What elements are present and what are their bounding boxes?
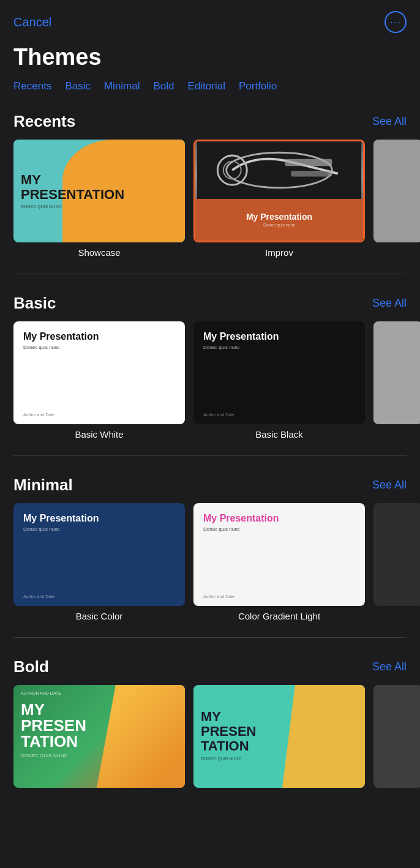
more-options-button[interactable]: ···	[384, 11, 407, 33]
basic-white-bg: My Presentation Donec quis nunc Author a…	[13, 321, 185, 424]
bold-section: Bold See All AUTHOR AND DATE MYPRESENTAT…	[0, 648, 420, 798]
basic-color-bg: My Presentation Donec quis nunc Author a…	[13, 503, 185, 606]
recents-see-all-button[interactable]: See All	[372, 115, 407, 128]
basic-white-label: Basic White	[75, 429, 123, 440]
showcase-label: Showcase	[78, 247, 120, 258]
basic-color-subtitle: Donec quis nunc	[23, 526, 175, 532]
theme-card-showcase[interactable]: MYPRESENTATION DONEC QUIS NUNC Showcase	[13, 140, 185, 258]
header: Cancel ···	[0, 0, 420, 39]
svg-rect-0	[197, 141, 361, 199]
basic-black-subtitle: Donec quis nunc	[203, 345, 355, 350]
theme-card-basic-color[interactable]: My Presentation Donec quis nunc Author a…	[13, 503, 185, 621]
minimal-section: Minimal See All My Presentation Donec qu…	[0, 466, 420, 631]
basic-white-thumbnail: My Presentation Donec quis nunc Author a…	[13, 321, 185, 424]
nav-item-editorial[interactable]: Editorial	[188, 80, 225, 92]
minimal-section-header: Minimal See All	[0, 476, 420, 503]
bold-1-thumbnail: AUTHOR AND DATE MYPRESENTATION DONEC QUI…	[13, 685, 185, 788]
showcase-main-title: MYPRESENTATION	[21, 173, 124, 202]
basic-scroll: My Presentation Donec quis nunc Author a…	[0, 321, 420, 449]
improv-thumb-bg: My Presentation Donec quis nunc	[195, 141, 363, 241]
showcase-sub: DONEC QUIS NUNC	[21, 205, 124, 209]
basic-color-text: My Presentation Donec quis nunc	[23, 513, 175, 532]
theme-card-basic-black[interactable]: My Presentation Donec quis nunc Author a…	[193, 321, 365, 440]
basic-section-header: Basic See All	[0, 294, 420, 321]
theme-card-basic-white[interactable]: My Presentation Donec quis nunc Author a…	[13, 321, 185, 440]
color-gradient-light-title: My Presentation	[203, 513, 355, 524]
bold-title: Bold	[13, 657, 49, 676]
theme-card-improv[interactable]: My Presentation Donec quis nunc Improv	[193, 140, 365, 258]
nav-item-bold[interactable]: Bold	[154, 80, 174, 92]
bold-see-all-button[interactable]: See All	[372, 660, 407, 673]
recents-section: Recents See All MYPRESENTATION DONEC QUI…	[0, 102, 420, 268]
color-gradient-light-thumbnail: My Presentation Donec quis nunc Author a…	[193, 503, 365, 606]
bold-1-bg: AUTHOR AND DATE MYPRESENTATION DONEC QUI…	[13, 685, 185, 788]
minimal-title: Minimal	[13, 476, 73, 495]
improv-bar: My Presentation Donec quis nunc	[195, 199, 363, 241]
nav-item-portfolio[interactable]: Portfolio	[239, 80, 277, 92]
page-title: Themes	[0, 39, 420, 80]
basic-color-label: Basic Color	[76, 611, 123, 621]
recents-section-header: Recents See All	[0, 112, 420, 140]
basic-partial-card	[373, 321, 420, 424]
showcase-thumbnail: MYPRESENTATION DONEC QUIS NUNC	[13, 140, 185, 242]
basic-black-author: Author and Date	[203, 413, 355, 417]
basic-black-title: My Presentation	[203, 331, 355, 342]
minimal-partial-card	[373, 503, 420, 606]
svg-rect-4	[285, 159, 332, 166]
showcase-slide-text: MYPRESENTATION DONEC QUIS NUNC	[21, 173, 124, 209]
recents-partial-card	[373, 140, 420, 242]
trumpet-image	[195, 141, 363, 199]
basic-color-author: Author and Date	[23, 594, 175, 599]
color-gradient-light-subtitle: Donec quis nunc	[203, 526, 355, 532]
bold-2-thumbnail: MYPRESENTATION DONEC QUIS NUNC	[193, 685, 365, 788]
color-gradient-light-text: My Presentation Donec quis nunc	[203, 513, 355, 532]
improv-sub: Donec quis nunc	[263, 223, 295, 227]
recents-divider	[13, 274, 407, 274]
basic-see-all-button[interactable]: See All	[372, 297, 407, 310]
basic-color-thumbnail: My Presentation Donec quis nunc Author a…	[13, 503, 185, 606]
basic-white-author: Author and Date	[23, 413, 175, 417]
showcase-thumb-bg: MYPRESENTATION DONEC QUIS NUNC	[13, 140, 185, 242]
partial-card-bg-4	[373, 685, 420, 788]
basic-black-text: My Presentation Donec quis nunc	[203, 331, 355, 350]
bold-2-sub: DONEC QUIS NUNC	[201, 757, 358, 761]
bold-section-header: Bold See All	[0, 657, 420, 685]
theme-card-color-gradient-light[interactable]: My Presentation Donec quis nunc Author a…	[193, 503, 365, 621]
partial-card-bg	[373, 140, 420, 242]
nav-item-minimal[interactable]: Minimal	[104, 80, 140, 92]
nav-item-basic[interactable]: Basic	[65, 80, 91, 92]
svg-rect-5	[291, 171, 332, 177]
theme-card-bold-1[interactable]: AUTHOR AND DATE MYPRESENTATION DONEC QUI…	[13, 685, 185, 788]
basic-color-title: My Presentation	[23, 513, 175, 524]
bold-person-1	[97, 685, 185, 788]
partial-card-bg-2	[373, 321, 420, 424]
cancel-button[interactable]: Cancel	[13, 15, 51, 29]
basic-title: Basic	[13, 294, 56, 313]
basic-section: Basic See All My Presentation Donec quis…	[0, 284, 420, 449]
minimal-divider	[13, 637, 407, 638]
bold-person-2	[282, 685, 365, 788]
basic-white-title: My Presentation	[23, 331, 175, 342]
improv-label: Improv	[265, 247, 293, 258]
partial-card-bg-3	[373, 503, 420, 606]
color-gradient-light-bg: My Presentation Donec quis nunc Author a…	[193, 503, 365, 606]
recents-title: Recents	[13, 112, 75, 131]
basic-white-subtitle: Donec quis nunc	[23, 345, 175, 350]
bold-2-bg: MYPRESENTATION DONEC QUIS NUNC	[193, 685, 365, 788]
basic-divider	[13, 455, 407, 456]
more-icon: ···	[390, 16, 401, 29]
color-gradient-light-label: Color Gradient Light	[238, 611, 320, 621]
basic-black-bg: My Presentation Donec quis nunc Author a…	[193, 321, 365, 424]
basic-black-label: Basic Black	[255, 429, 303, 440]
recents-scroll: MYPRESENTATION DONEC QUIS NUNC Showcase	[0, 140, 420, 268]
theme-card-bold-2[interactable]: MYPRESENTATION DONEC QUIS NUNC	[193, 685, 365, 788]
minimal-see-all-button[interactable]: See All	[372, 479, 407, 492]
category-nav: Recents Basic Minimal Bold Editorial Por…	[0, 80, 420, 102]
improv-title: My Presentation	[246, 212, 312, 222]
bold-partial-card	[373, 685, 420, 788]
basic-white-text: My Presentation Donec quis nunc	[23, 331, 175, 350]
improv-thumbnail: My Presentation Donec quis nunc	[193, 140, 365, 242]
basic-black-thumbnail: My Presentation Donec quis nunc Author a…	[193, 321, 365, 424]
nav-item-recents[interactable]: Recents	[13, 80, 51, 92]
color-gradient-light-author: Author and Date	[203, 594, 355, 599]
